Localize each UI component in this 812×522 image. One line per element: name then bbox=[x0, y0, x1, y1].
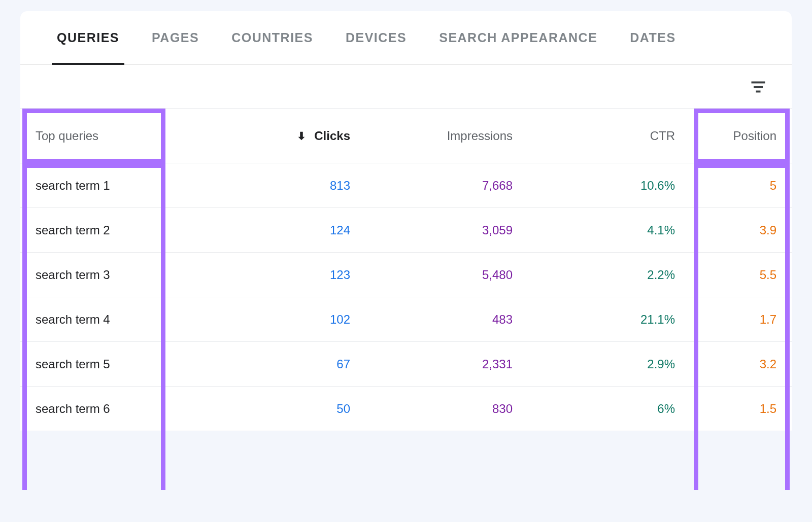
cell-query: search term 4 bbox=[36, 312, 188, 327]
tab-search-appearance[interactable]: SEARCH APPEARANCE bbox=[439, 11, 597, 64]
cell-clicks: 124 bbox=[188, 223, 350, 237]
cell-position: 3.2 bbox=[675, 357, 776, 371]
queries-table: Top queries Clicks Impressions CTR Posit… bbox=[20, 109, 792, 431]
performance-card: QUERIES PAGES COUNTRIES DEVICES SEARCH A… bbox=[20, 11, 792, 431]
cell-impressions: 2,331 bbox=[350, 357, 513, 371]
cell-clicks: 123 bbox=[188, 268, 350, 282]
table-row[interactable]: search term 18137,66810.6%5 bbox=[20, 163, 792, 208]
table-row[interactable]: search term 410248321.1%1.7 bbox=[20, 297, 792, 342]
table-body: search term 18137,66810.6%5search term 2… bbox=[20, 163, 792, 431]
cell-query: search term 2 bbox=[36, 223, 188, 237]
table-row[interactable]: search term 21243,0594.1%3.9 bbox=[20, 208, 792, 253]
cell-ctr: 4.1% bbox=[513, 223, 675, 237]
col-position[interactable]: Position bbox=[675, 129, 776, 143]
cell-ctr: 10.6% bbox=[513, 179, 675, 193]
cell-position: 1.5 bbox=[675, 402, 776, 416]
cell-impressions: 5,480 bbox=[350, 268, 513, 282]
cell-clicks: 50 bbox=[188, 402, 350, 416]
cell-query: search term 1 bbox=[36, 179, 188, 193]
col-top-queries[interactable]: Top queries bbox=[36, 129, 188, 143]
cell-ctr: 2.9% bbox=[513, 357, 675, 371]
col-ctr[interactable]: CTR bbox=[513, 129, 675, 143]
table-toolbar bbox=[20, 65, 792, 109]
cell-query: search term 5 bbox=[36, 357, 188, 371]
svg-rect-2 bbox=[756, 90, 761, 92]
table-header-row: Top queries Clicks Impressions CTR Posit… bbox=[20, 109, 792, 163]
cell-impressions: 483 bbox=[350, 312, 513, 327]
filter-icon[interactable] bbox=[749, 78, 767, 96]
tab-dates[interactable]: DATES bbox=[630, 11, 675, 64]
cell-ctr: 6% bbox=[513, 402, 675, 416]
cell-position: 3.9 bbox=[675, 223, 776, 237]
tab-devices[interactable]: DEVICES bbox=[346, 11, 407, 64]
tab-pages[interactable]: PAGES bbox=[152, 11, 199, 64]
svg-rect-0 bbox=[752, 81, 765, 83]
table-row[interactable]: search term 5672,3312.9%3.2 bbox=[20, 342, 792, 387]
cell-query: search term 3 bbox=[36, 268, 188, 282]
tab-queries[interactable]: QUERIES bbox=[57, 11, 119, 64]
tab-countries[interactable]: COUNTRIES bbox=[231, 11, 313, 64]
cell-position: 1.7 bbox=[675, 312, 776, 327]
col-clicks-label: Clicks bbox=[314, 129, 350, 143]
tab-bar: QUERIES PAGES COUNTRIES DEVICES SEARCH A… bbox=[20, 11, 792, 65]
col-impressions[interactable]: Impressions bbox=[350, 129, 513, 143]
cell-position: 5.5 bbox=[675, 268, 776, 282]
cell-clicks: 67 bbox=[188, 357, 350, 371]
cell-impressions: 830 bbox=[350, 402, 513, 416]
cell-query: search term 6 bbox=[36, 402, 188, 416]
table-row[interactable]: search term 6508306%1.5 bbox=[20, 387, 792, 431]
col-clicks[interactable]: Clicks bbox=[188, 129, 350, 143]
cell-clicks: 813 bbox=[188, 179, 350, 193]
svg-rect-1 bbox=[754, 86, 763, 88]
table-row[interactable]: search term 31235,4802.2%5.5 bbox=[20, 253, 792, 297]
sort-desc-icon bbox=[296, 129, 307, 143]
cell-position: 5 bbox=[675, 179, 776, 193]
cell-clicks: 102 bbox=[188, 312, 350, 327]
cell-ctr: 2.2% bbox=[513, 268, 675, 282]
cell-impressions: 7,668 bbox=[350, 179, 513, 193]
cell-ctr: 21.1% bbox=[513, 312, 675, 327]
cell-impressions: 3,059 bbox=[350, 223, 513, 237]
